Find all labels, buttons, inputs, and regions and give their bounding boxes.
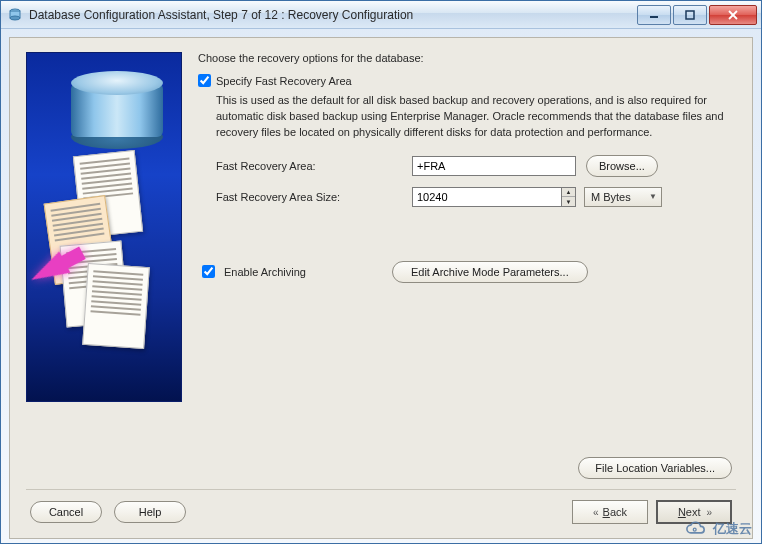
maximize-button[interactable] — [673, 5, 707, 25]
size-unit-value: M Bytes — [591, 191, 631, 203]
app-icon — [7, 7, 23, 23]
enable-archiving-checkbox[interactable] — [202, 265, 215, 278]
database-cylinder-icon — [71, 71, 163, 149]
app-window: Database Configuration Assistant, Step 7… — [0, 0, 762, 544]
svg-point-7 — [693, 528, 696, 531]
specify-fra-label[interactable]: Specify Fast Recovery Area — [216, 75, 352, 87]
cloud-icon — [683, 521, 709, 537]
svg-rect-4 — [686, 11, 694, 19]
size-unit-select[interactable]: M Bytes ▼ — [584, 187, 662, 207]
chevron-right-icon: » — [707, 507, 711, 518]
next-label: ext — [686, 506, 701, 518]
fra-size-input[interactable] — [412, 187, 562, 207]
fra-area-label: Fast Recovery Area: — [216, 160, 412, 172]
chevron-down-icon: ▼ — [649, 192, 657, 201]
window-title: Database Configuration Assistant, Step 7… — [29, 8, 635, 22]
nav-row: Cancel Help « Back Next » — [12, 490, 750, 536]
browse-button[interactable]: Browse... — [586, 155, 658, 177]
help-button[interactable]: Help — [114, 501, 186, 523]
titlebar: Database Configuration Assistant, Step 7… — [1, 1, 761, 29]
fra-description: This is used as the default for all disk… — [216, 93, 732, 141]
back-label: ack — [610, 506, 627, 518]
size-spinner[interactable]: ▲ ▼ — [562, 187, 576, 207]
fra-area-input[interactable] — [412, 156, 576, 176]
intro-text: Choose the recovery options for the data… — [198, 52, 732, 64]
specify-fra-checkbox[interactable] — [198, 74, 211, 87]
file-location-variables-button[interactable]: File Location Variables... — [578, 457, 732, 479]
form-area: Choose the recovery options for the data… — [198, 52, 732, 445]
watermark: 亿速云 — [683, 520, 752, 538]
minimize-button[interactable] — [637, 5, 671, 25]
spinner-up-icon[interactable]: ▲ — [562, 188, 575, 198]
chevron-left-icon: « — [593, 507, 597, 518]
client-area: Choose the recovery options for the data… — [1, 29, 761, 543]
back-button[interactable]: « Back — [572, 500, 648, 524]
window-controls — [635, 5, 757, 25]
wizard-panel: Choose the recovery options for the data… — [9, 37, 753, 539]
document-icon — [82, 263, 150, 349]
cancel-button[interactable]: Cancel — [30, 501, 102, 523]
close-button[interactable] — [709, 5, 757, 25]
svg-point-2 — [10, 16, 20, 20]
spinner-down-icon[interactable]: ▼ — [562, 197, 575, 206]
wizard-side-image — [26, 52, 182, 402]
fra-size-label: Fast Recovery Area Size: — [216, 191, 412, 203]
edit-archive-params-button[interactable]: Edit Archive Mode Parameters... — [392, 261, 588, 283]
enable-archiving-label[interactable]: Enable Archiving — [224, 266, 306, 278]
